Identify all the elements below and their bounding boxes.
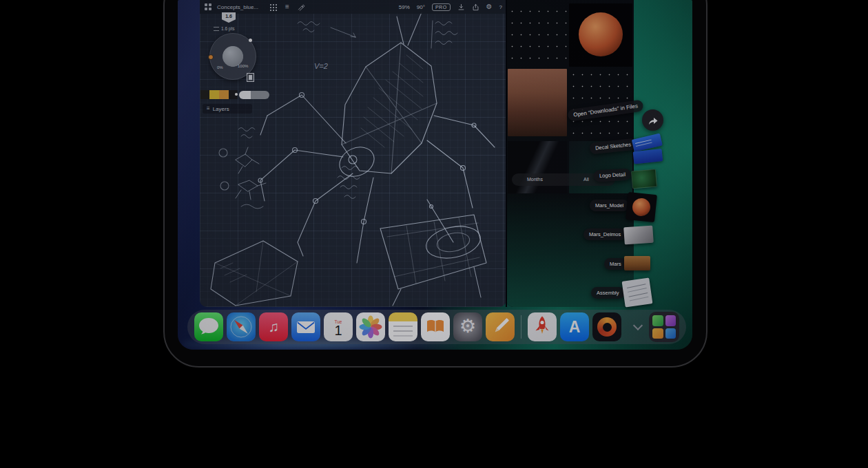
drag-action-open-downloads[interactable]: Open “Downloads” in Files xyxy=(567,99,644,121)
assembly-thumbnail[interactable] xyxy=(622,277,653,307)
ipad-screen: V=2 Concepts_blue... ≡ xyxy=(178,0,692,350)
stage: V=2 Concepts_blue... ≡ xyxy=(0,0,868,468)
ipad-device: V=2 Concepts_blue... ≡ xyxy=(163,0,707,368)
drag-drop-layer: Open “Downloads” in Files Decal Sketches… xyxy=(178,0,692,350)
drag-item-mars-deimos[interactable]: Mars_Deimos xyxy=(583,228,626,240)
mars-deimos-thumbnail[interactable] xyxy=(623,226,654,245)
logo-detail-thumbnail[interactable] xyxy=(631,169,657,189)
mars-model-thumbnail[interactable] xyxy=(626,192,657,222)
drag-item-assembly[interactable]: Assembly xyxy=(591,287,625,299)
drag-item-decal-sketches[interactable]: Decal Sketches xyxy=(589,138,637,154)
assembly-sketch-lines xyxy=(627,284,646,288)
forward-arrow-icon xyxy=(648,116,659,125)
mars-sphere xyxy=(632,198,652,217)
decal-blue-2 xyxy=(633,149,663,164)
drag-item-mars[interactable]: Mars xyxy=(604,258,627,270)
decal-sketches-thumbnail[interactable] xyxy=(630,133,666,168)
mars-thumbnail[interactable] xyxy=(624,256,650,270)
drop-share-button[interactable] xyxy=(642,109,663,131)
drag-item-logo-detail[interactable]: Logo Detail xyxy=(594,169,632,182)
drag-item-mars-model[interactable]: Mars_Model xyxy=(590,200,629,211)
